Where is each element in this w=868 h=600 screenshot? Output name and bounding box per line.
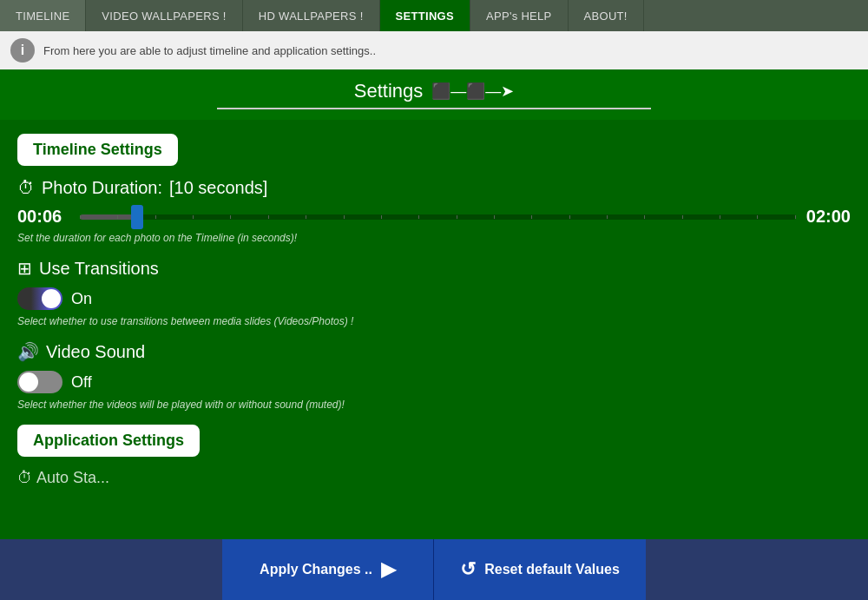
nav-bar: TIMELINE VIDEO WALLPAPERS ! HD WALLPAPER… <box>0 0 868 31</box>
reset-label: Reset default Values <box>484 562 620 577</box>
transitions-toggle-label: On <box>71 290 92 308</box>
info-text: From here you are able to adjust timelin… <box>43 44 376 57</box>
reset-icon: ↺ <box>460 558 476 581</box>
video-sound-icon: 🔊 <box>17 341 39 362</box>
transitions-icon: ⊞ <box>17 258 32 279</box>
photo-duration-value: [10 seconds] <box>169 178 267 198</box>
info-bar: i From here you are able to adjust timel… <box>0 31 868 69</box>
duration-slider-row: 00:06 02:00 <box>17 207 851 227</box>
photo-duration-icon: ⏱ <box>17 178 35 198</box>
slider-thumb[interactable] <box>131 205 143 229</box>
video-sound-toggle[interactable] <box>17 371 62 393</box>
nav-item-timeline[interactable]: TIMELINE <box>0 0 86 31</box>
video-sound-toggle-row: Off <box>17 371 851 393</box>
transitions-toggle-row: On <box>17 287 851 310</box>
auto-start-icon: ⏱ <box>17 469 36 486</box>
nav-item-apps-help[interactable]: APP's HELP <box>470 0 569 31</box>
transitions-toggle-knob <box>42 289 61 308</box>
settings-divider <box>217 108 651 109</box>
apply-changes-label: Apply Changes .. <box>260 562 372 577</box>
slider-end-time: 02:00 <box>806 207 851 227</box>
nav-item-settings[interactable]: SETTINGS <box>380 0 470 31</box>
transitions-caption: Select whether to use transitions betwee… <box>17 315 851 327</box>
settings-header: Settings ⬛—⬛—➤ <box>0 69 868 120</box>
footer: Apply Changes .. ▶ ↺ Reset default Value… <box>0 539 868 600</box>
transitions-title: ⊞ Use Transitions <box>17 258 851 279</box>
apply-changes-button[interactable]: Apply Changes .. ▶ <box>222 539 434 600</box>
slider-caption: Set the duration for each photo on the T… <box>17 232 851 244</box>
nav-item-hd-wallpapers[interactable]: HD WALLPAPERS ! <box>243 0 380 31</box>
photo-duration-title: ⏱ Photo Duration: [10 seconds] <box>17 178 851 198</box>
video-sound-caption: Select whether the videos will be played… <box>17 399 851 411</box>
auto-start-partial: ⏱ Auto Sta... <box>17 469 851 493</box>
video-sound-toggle-label: Off <box>71 373 92 392</box>
slider-start-time: 00:06 <box>17 207 69 227</box>
apply-arrow-icon: ▶ <box>381 558 396 581</box>
video-sound-title: 🔊 Video Sound <box>17 341 851 362</box>
nav-item-video-wallpapers[interactable]: VIDEO WALLPAPERS ! <box>86 0 242 31</box>
transitions-toggle[interactable] <box>17 287 62 310</box>
main-content: Timeline Settings ⏱ Photo Duration: [10 … <box>0 120 868 507</box>
info-icon: i <box>10 38 35 63</box>
video-sound-toggle-knob <box>19 373 38 392</box>
settings-title: Settings ⬛—⬛—➤ <box>354 80 515 102</box>
slider-ticks <box>80 214 796 220</box>
settings-arrow-icon: ⬛—⬛—➤ <box>431 82 514 101</box>
reset-defaults-button[interactable]: ↺ Reset default Values <box>434 539 646 600</box>
application-settings-label: Application Settings <box>17 425 200 457</box>
slider-fill <box>80 214 137 220</box>
duration-slider[interactable] <box>80 214 796 220</box>
nav-item-about[interactable]: ABOUT! <box>569 0 644 31</box>
timeline-settings-label: Timeline Settings <box>17 134 178 166</box>
